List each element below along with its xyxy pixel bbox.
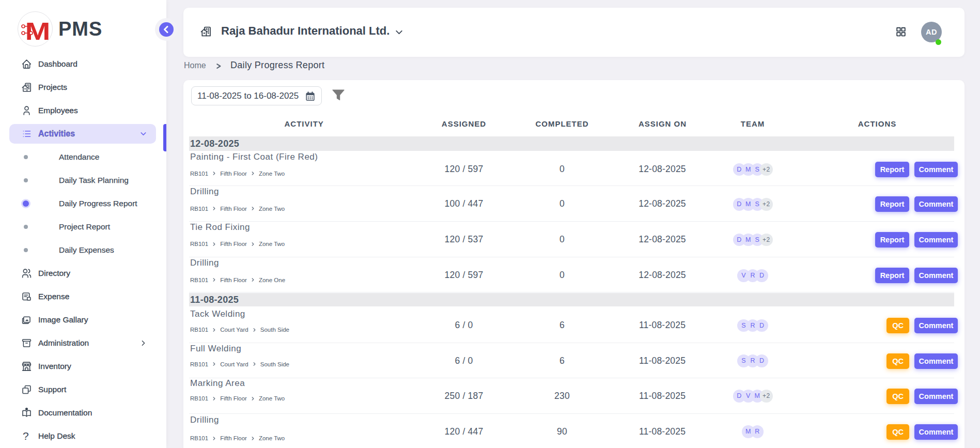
svg-text:M: M [25,17,51,45]
